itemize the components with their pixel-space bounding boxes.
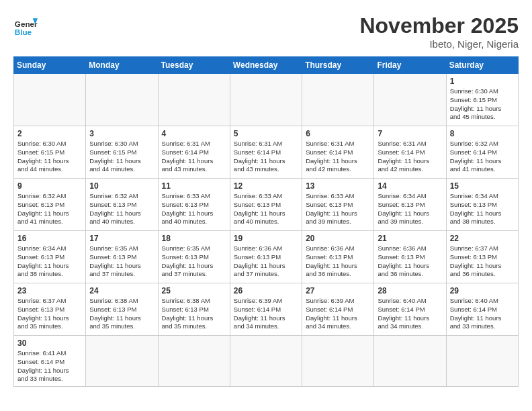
logo: General Blue [13, 13, 38, 38]
day-number: 8 [450, 129, 515, 138]
calendar-cell: 26Sunrise: 6:39 AM Sunset: 6:14 PM Dayli… [230, 283, 302, 336]
calendar-cell: 10Sunrise: 6:32 AM Sunset: 6:13 PM Dayli… [86, 179, 158, 231]
day-number: 6 [306, 129, 370, 138]
week-row-5: 23Sunrise: 6:37 AM Sunset: 6:13 PM Dayli… [14, 283, 519, 336]
day-number: 10 [89, 181, 154, 191]
calendar-cell [86, 74, 158, 126]
calendar-cell: 9Sunrise: 6:32 AM Sunset: 6:13 PM Daylig… [14, 179, 86, 231]
calendar-cell: 21Sunrise: 6:36 AM Sunset: 6:13 PM Dayli… [374, 231, 446, 283]
logo-icon: General Blue [13, 13, 38, 38]
day-number: 28 [378, 286, 442, 295]
day-number: 9 [17, 181, 82, 191]
cell-info: Sunrise: 6:32 AM Sunset: 6:13 PM Dayligh… [89, 192, 154, 226]
day-number: 23 [17, 286, 82, 295]
calendar-cell: 3Sunrise: 6:30 AM Sunset: 6:15 PM Daylig… [86, 126, 158, 179]
day-number: 21 [378, 234, 442, 243]
cell-info: Sunrise: 6:39 AM Sunset: 6:14 PM Dayligh… [306, 297, 370, 331]
svg-text:Blue: Blue [15, 28, 32, 36]
day-number: 27 [306, 286, 370, 295]
cell-info: Sunrise: 6:37 AM Sunset: 6:13 PM Dayligh… [17, 297, 82, 331]
day-number: 16 [17, 234, 82, 243]
day-header-tuesday: Tuesday [158, 57, 230, 74]
day-number: 15 [450, 181, 515, 191]
week-row-2: 2Sunrise: 6:30 AM Sunset: 6:15 PM Daylig… [14, 126, 519, 179]
cell-info: Sunrise: 6:30 AM Sunset: 6:15 PM Dayligh… [89, 140, 154, 174]
day-number: 17 [89, 234, 154, 243]
cell-info: Sunrise: 6:36 AM Sunset: 6:13 PM Dayligh… [234, 244, 298, 279]
cell-info: Sunrise: 6:37 AM Sunset: 6:13 PM Dayligh… [450, 244, 515, 279]
cell-info: Sunrise: 6:41 AM Sunset: 6:14 PM Dayligh… [17, 349, 82, 383]
day-number: 3 [89, 129, 154, 138]
cell-info: Sunrise: 6:40 AM Sunset: 6:14 PM Dayligh… [378, 297, 442, 331]
day-header-wednesday: Wednesday [230, 57, 302, 74]
day-number: 29 [450, 286, 515, 295]
cell-info: Sunrise: 6:34 AM Sunset: 6:13 PM Dayligh… [378, 192, 442, 226]
day-header-saturday: Saturday [446, 57, 518, 74]
calendar-cell: 12Sunrise: 6:33 AM Sunset: 6:13 PM Dayli… [230, 179, 302, 231]
calendar-cell: 20Sunrise: 6:36 AM Sunset: 6:13 PM Dayli… [302, 231, 374, 283]
day-number: 18 [162, 234, 226, 243]
calendar-table: SundayMondayTuesdayWednesdayThursdayFrid… [13, 56, 519, 387]
cell-info: Sunrise: 6:33 AM Sunset: 6:13 PM Dayligh… [162, 192, 226, 226]
day-number: 11 [162, 181, 226, 191]
calendar-cell: 6Sunrise: 6:31 AM Sunset: 6:14 PM Daylig… [302, 126, 374, 179]
page-header: General Blue November 2025 Ibeto, Niger,… [13, 13, 519, 50]
calendar-cell: 29Sunrise: 6:40 AM Sunset: 6:14 PM Dayli… [446, 283, 518, 336]
calendar-cell: 19Sunrise: 6:36 AM Sunset: 6:13 PM Dayli… [230, 231, 302, 283]
day-number: 7 [378, 129, 442, 138]
cell-info: Sunrise: 6:39 AM Sunset: 6:14 PM Dayligh… [234, 297, 298, 331]
calendar-cell: 4Sunrise: 6:31 AM Sunset: 6:14 PM Daylig… [158, 126, 230, 179]
cell-info: Sunrise: 6:38 AM Sunset: 6:13 PM Dayligh… [89, 297, 154, 331]
cell-info: Sunrise: 6:35 AM Sunset: 6:13 PM Dayligh… [162, 244, 226, 279]
week-row-3: 9Sunrise: 6:32 AM Sunset: 6:13 PM Daylig… [14, 179, 519, 231]
day-number: 19 [234, 234, 298, 243]
day-number: 24 [89, 286, 154, 295]
day-header-thursday: Thursday [302, 57, 374, 74]
cell-info: Sunrise: 6:30 AM Sunset: 6:15 PM Dayligh… [450, 87, 515, 122]
day-header-friday: Friday [374, 57, 446, 74]
cell-info: Sunrise: 6:35 AM Sunset: 6:13 PM Dayligh… [89, 244, 154, 279]
calendar-cell [86, 336, 158, 387]
day-number: 5 [234, 129, 298, 138]
calendar-cell: 15Sunrise: 6:34 AM Sunset: 6:13 PM Dayli… [446, 179, 518, 231]
week-row-4: 16Sunrise: 6:34 AM Sunset: 6:13 PM Dayli… [14, 231, 519, 283]
cell-info: Sunrise: 6:34 AM Sunset: 6:13 PM Dayligh… [17, 244, 82, 279]
calendar-cell: 14Sunrise: 6:34 AM Sunset: 6:13 PM Dayli… [374, 179, 446, 231]
calendar-cell [158, 336, 230, 387]
day-number: 26 [234, 286, 298, 295]
cell-info: Sunrise: 6:31 AM Sunset: 6:14 PM Dayligh… [234, 140, 298, 174]
cell-info: Sunrise: 6:33 AM Sunset: 6:13 PM Dayligh… [234, 192, 298, 226]
day-number: 12 [234, 181, 298, 191]
calendar-cell: 28Sunrise: 6:40 AM Sunset: 6:14 PM Dayli… [374, 283, 446, 336]
day-number: 14 [378, 181, 442, 191]
calendar-header-row: SundayMondayTuesdayWednesdayThursdayFrid… [14, 57, 519, 74]
day-number: 2 [17, 129, 82, 138]
cell-info: Sunrise: 6:38 AM Sunset: 6:13 PM Dayligh… [162, 297, 226, 331]
calendar-cell: 7Sunrise: 6:31 AM Sunset: 6:14 PM Daylig… [374, 126, 446, 179]
cell-info: Sunrise: 6:33 AM Sunset: 6:13 PM Dayligh… [306, 192, 370, 226]
calendar-cell [158, 74, 230, 126]
week-row-1: 1Sunrise: 6:30 AM Sunset: 6:15 PM Daylig… [14, 74, 519, 126]
cell-info: Sunrise: 6:36 AM Sunset: 6:13 PM Dayligh… [306, 244, 370, 279]
calendar-cell: 13Sunrise: 6:33 AM Sunset: 6:13 PM Dayli… [302, 179, 374, 231]
day-number: 13 [306, 181, 370, 191]
cell-info: Sunrise: 6:36 AM Sunset: 6:13 PM Dayligh… [378, 244, 442, 279]
day-number: 1 [450, 77, 515, 86]
day-number: 20 [306, 234, 370, 243]
calendar-cell: 8Sunrise: 6:32 AM Sunset: 6:14 PM Daylig… [446, 126, 518, 179]
calendar-cell: 22Sunrise: 6:37 AM Sunset: 6:13 PM Dayli… [446, 231, 518, 283]
calendar-cell: 11Sunrise: 6:33 AM Sunset: 6:13 PM Dayli… [158, 179, 230, 231]
calendar-cell: 18Sunrise: 6:35 AM Sunset: 6:13 PM Dayli… [158, 231, 230, 283]
day-number: 30 [17, 338, 82, 348]
calendar-cell: 1Sunrise: 6:30 AM Sunset: 6:15 PM Daylig… [446, 74, 518, 126]
calendar-cell [374, 336, 446, 387]
cell-info: Sunrise: 6:31 AM Sunset: 6:14 PM Dayligh… [378, 140, 442, 174]
calendar-cell: 27Sunrise: 6:39 AM Sunset: 6:14 PM Dayli… [302, 283, 374, 336]
calendar-cell: 24Sunrise: 6:38 AM Sunset: 6:13 PM Dayli… [86, 283, 158, 336]
calendar-cell [374, 74, 446, 126]
calendar-cell: 5Sunrise: 6:31 AM Sunset: 6:14 PM Daylig… [230, 126, 302, 179]
calendar-cell: 25Sunrise: 6:38 AM Sunset: 6:13 PM Dayli… [158, 283, 230, 336]
day-header-monday: Monday [86, 57, 158, 74]
calendar-cell: 23Sunrise: 6:37 AM Sunset: 6:13 PM Dayli… [14, 283, 86, 336]
cell-info: Sunrise: 6:34 AM Sunset: 6:13 PM Dayligh… [450, 192, 515, 226]
